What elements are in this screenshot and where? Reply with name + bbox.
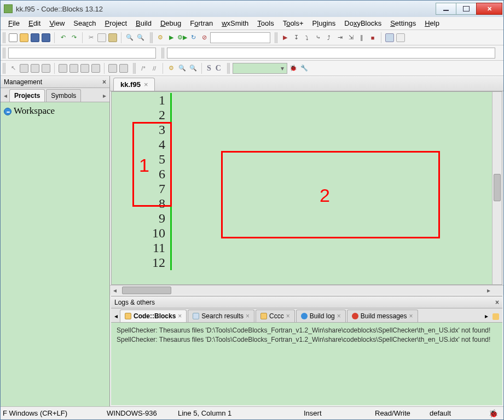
run-to-cursor-icon[interactable]: ↧ bbox=[291, 33, 301, 43]
log-tab-cccc[interactable]: Cccc× bbox=[256, 310, 295, 322]
close-button[interactable] bbox=[476, 3, 502, 15]
tb3-c[interactable] bbox=[41, 63, 51, 73]
build-run-icon[interactable]: ⚙▶ bbox=[177, 33, 187, 43]
abort-icon[interactable]: ⊘ bbox=[199, 33, 209, 43]
menu-project[interactable]: Project bbox=[101, 18, 131, 28]
save-icon[interactable] bbox=[30, 33, 40, 43]
cut-icon[interactable]: ✂ bbox=[86, 33, 96, 43]
run-icon[interactable]: ▶ bbox=[166, 33, 176, 43]
build-target-combo[interactable] bbox=[210, 32, 270, 43]
menu-tools[interactable]: Tools bbox=[253, 18, 278, 28]
mgmt-tab-prev[interactable]: ◂ bbox=[2, 90, 9, 102]
menu-help[interactable]: Help bbox=[420, 18, 444, 28]
log-tab-search[interactable]: Search results× bbox=[188, 310, 254, 322]
menu-search[interactable]: Search bbox=[69, 18, 100, 28]
tb3-e[interactable] bbox=[69, 63, 79, 73]
tb3-a[interactable] bbox=[19, 63, 29, 73]
new-file-icon[interactable] bbox=[8, 33, 18, 43]
select-icon[interactable]: ↖ bbox=[8, 63, 18, 73]
wrench-icon[interactable]: 🔧 bbox=[299, 63, 309, 73]
logs-body[interactable]: SpellChecker: Thesaurus files 'D:\Tools\… bbox=[111, 323, 502, 405]
info-icon[interactable] bbox=[396, 33, 405, 43]
status-bug-icon[interactable]: 🐞 bbox=[489, 409, 498, 418]
menu-edit[interactable]: Edit bbox=[24, 18, 45, 28]
break-icon[interactable]: ‖ bbox=[357, 33, 367, 43]
mgmt-tab-projects[interactable]: Projects bbox=[9, 89, 45, 102]
log-tab-buildmsg[interactable]: Build messages× bbox=[347, 310, 418, 322]
menu-debug[interactable]: Debug bbox=[156, 18, 186, 28]
doxy-gear-icon[interactable]: ⚙ bbox=[166, 63, 176, 73]
log-tab-next[interactable]: ▸ bbox=[483, 310, 490, 322]
paste-icon[interactable] bbox=[108, 33, 118, 43]
menu-settings[interactable]: Settings bbox=[386, 18, 420, 28]
editor-tab-close-icon[interactable]: × bbox=[144, 80, 148, 89]
toolbar-2 bbox=[1, 45, 503, 61]
tb3-i[interactable] bbox=[119, 63, 129, 73]
save-all-icon[interactable] bbox=[41, 33, 51, 43]
menu-plugins[interactable]: Plugins bbox=[308, 18, 340, 28]
menu-wxsmith[interactable]: wxSmith bbox=[217, 18, 253, 28]
log-tab-prev[interactable]: ◂ bbox=[112, 310, 120, 322]
zoom-in-icon[interactable]: 🔍 bbox=[177, 63, 187, 73]
log-tab-codeblocks[interactable]: Code::Blocks× bbox=[120, 310, 187, 322]
logs-close-icon[interactable]: × bbox=[495, 299, 499, 306]
status-eol: F Windows (CR+LF) bbox=[1, 409, 99, 417]
replace-icon[interactable]: 🔍 bbox=[136, 33, 146, 43]
tb3-d[interactable] bbox=[58, 63, 68, 73]
minimize-button[interactable] bbox=[436, 3, 456, 15]
copy-icon[interactable] bbox=[97, 33, 107, 43]
annotation-label-2: 2 bbox=[320, 185, 330, 206]
editor-vscrollbar[interactable] bbox=[492, 92, 502, 284]
editor-hscrollbar[interactable]: ◂ ▸ bbox=[110, 285, 503, 295]
block-comment-icon[interactable]: /* bbox=[138, 63, 148, 73]
annotation-box-1 bbox=[132, 122, 172, 207]
menu-view[interactable]: View bbox=[45, 18, 69, 28]
log-tab-buildlog[interactable]: Build log× bbox=[296, 310, 346, 322]
next-instr-icon[interactable]: ⇥ bbox=[335, 33, 345, 43]
scope-combo[interactable] bbox=[167, 48, 495, 59]
zoom-out-icon[interactable]: 🔍 bbox=[188, 63, 198, 73]
search-combo[interactable] bbox=[8, 48, 156, 59]
step-out-icon[interactable]: ⤴ bbox=[324, 33, 334, 43]
open-icon[interactable] bbox=[19, 33, 29, 43]
rebuild-icon[interactable]: ↻ bbox=[188, 33, 198, 43]
next-line-icon[interactable]: ⤵ bbox=[302, 33, 312, 43]
tb3-h[interactable] bbox=[108, 63, 118, 73]
c-label[interactable]: C bbox=[214, 64, 223, 73]
debug-run-icon[interactable]: ▶ bbox=[280, 33, 290, 43]
redo-icon[interactable]: ↷ bbox=[69, 33, 79, 43]
tb3-b[interactable] bbox=[30, 63, 40, 73]
log-edit-icon[interactable] bbox=[493, 313, 499, 320]
step-into-icon[interactable]: ⤷ bbox=[313, 33, 323, 43]
tb3-f[interactable] bbox=[80, 63, 90, 73]
mgmt-tab-next[interactable]: ▸ bbox=[101, 90, 108, 102]
find-icon[interactable]: 🔍 bbox=[125, 33, 135, 43]
step-instr-icon[interactable]: ⇲ bbox=[346, 33, 356, 43]
logs-title: Logs & others bbox=[114, 299, 155, 306]
management-close-icon[interactable]: × bbox=[102, 78, 106, 86]
status-rw: Read/Write bbox=[367, 409, 422, 417]
mgmt-tab-symbols[interactable]: Symbols bbox=[46, 89, 81, 102]
editor-area[interactable]: 1 2 3 4 5 6 7 8 9 10 11 12 bbox=[112, 92, 492, 284]
s-label[interactable]: S bbox=[205, 64, 213, 73]
menu-fortran[interactable]: Fortran bbox=[186, 18, 217, 28]
log-line: SpellChecker: Thesaurus files 'D:\Tools\… bbox=[117, 335, 497, 345]
tb3-g[interactable] bbox=[91, 63, 101, 73]
lang-combo[interactable] bbox=[233, 63, 287, 74]
undo-icon[interactable]: ↶ bbox=[58, 33, 68, 43]
maximize-button[interactable] bbox=[456, 3, 477, 15]
spell-icon[interactable]: 🐞 bbox=[288, 63, 298, 73]
menu-doxyblocks[interactable]: DoxyBlocks bbox=[340, 18, 386, 28]
status-profile: default bbox=[422, 409, 459, 417]
stop-icon[interactable]: ■ bbox=[368, 33, 378, 43]
management-title-bar: Management × bbox=[1, 76, 109, 88]
debug-windows-icon[interactable] bbox=[385, 33, 395, 43]
build-icon[interactable]: ⚙ bbox=[155, 33, 165, 43]
line-comment-icon[interactable]: // bbox=[149, 63, 159, 73]
workspace-label[interactable]: Workspace bbox=[14, 106, 55, 116]
toolbar-1: ↶ ↷ ✂ 🔍 🔍 ⚙ ▶ ⚙▶ ↻ ⊘ ▶ ↧ ⤵ ⤷ ⤴ ⇥ ⇲ ‖ ■ bbox=[1, 30, 503, 45]
menu-toolsplus[interactable]: Tools+ bbox=[279, 18, 308, 28]
menu-build[interactable]: Build bbox=[131, 18, 156, 28]
editor-tab-kk[interactable]: kk.f95 × bbox=[113, 78, 155, 91]
menu-file[interactable]: File bbox=[4, 18, 24, 28]
